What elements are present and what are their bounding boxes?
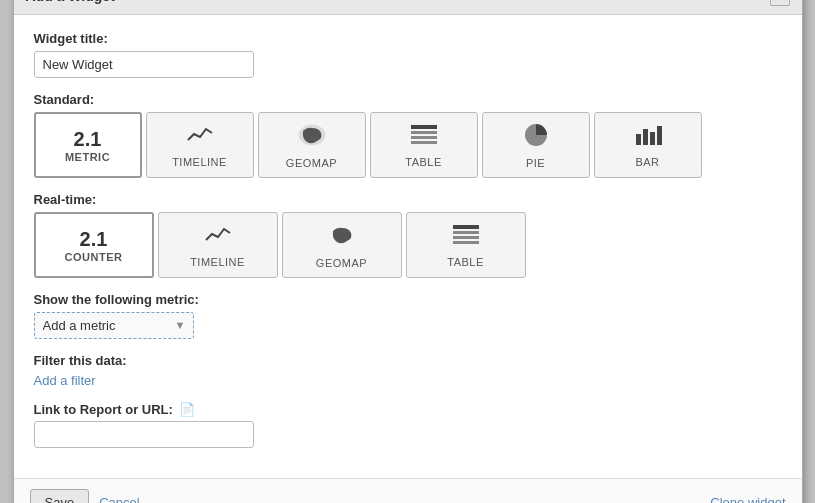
svg-rect-1 <box>411 125 437 129</box>
widget-title-input[interactable] <box>34 51 254 78</box>
metric-dropdown-wrapper: Add a metric ▼ <box>34 312 194 339</box>
filter-group: Filter this data: Add a filter <box>34 353 782 388</box>
link-info-icon: 📄 <box>179 402 195 417</box>
close-button[interactable]: × <box>770 0 790 6</box>
metric-group-label: Show the following metric: <box>34 292 782 307</box>
dialog-title: Add a Widget <box>26 0 115 4</box>
timeline-label: TIMELINE <box>172 156 227 168</box>
dialog-titlebar: Add a Widget × <box>14 0 802 15</box>
tile-table[interactable]: TABLE <box>370 112 478 178</box>
realtime-tiles: 2.1 COUNTER TIMELINE <box>34 212 782 278</box>
bar-label: BAR <box>635 156 659 168</box>
counter-number: 2.1 <box>80 229 108 249</box>
pie-icon <box>523 123 549 151</box>
filter-label: Filter this data: <box>34 353 782 368</box>
realtime-group: Real-time: 2.1 COUNTER TIMELINE <box>34 192 782 278</box>
counter-label: COUNTER <box>65 251 123 263</box>
rt-timeline-icon <box>204 224 232 250</box>
svg-rect-9 <box>453 225 479 229</box>
rt-geomap-icon <box>327 223 357 251</box>
svg-rect-2 <box>411 131 437 134</box>
save-button[interactable]: Save <box>30 489 90 504</box>
geomap-label: GEOMAP <box>286 157 337 169</box>
svg-rect-8 <box>657 126 662 145</box>
rt-geomap-label: GEOMAP <box>316 257 367 269</box>
dialog-footer: Save Cancel Clone widget <box>14 478 802 504</box>
svg-rect-7 <box>650 132 655 145</box>
link-label-row: Link to Report or URL: 📄 <box>34 402 782 417</box>
table-label: TABLE <box>405 156 442 168</box>
metric-number: 2.1 <box>74 129 102 149</box>
footer-left: Save Cancel <box>30 489 140 504</box>
standard-label: Standard: <box>34 92 782 107</box>
realtime-label: Real-time: <box>34 192 782 207</box>
cancel-link[interactable]: Cancel <box>99 495 139 504</box>
timeline-icon <box>186 124 214 150</box>
dialog-body: Widget title: Standard: 2.1 METRIC TIMEL… <box>14 15 802 478</box>
rt-table-label: TABLE <box>447 256 484 268</box>
tile-metric[interactable]: 2.1 METRIC <box>34 112 142 178</box>
link-group: Link to Report or URL: 📄 <box>34 402 782 448</box>
add-filter-link[interactable]: Add a filter <box>34 373 96 388</box>
svg-rect-11 <box>453 236 479 239</box>
widget-title-label: Widget title: <box>34 31 782 46</box>
tile-counter[interactable]: 2.1 COUNTER <box>34 212 154 278</box>
link-label: Link to Report or URL: <box>34 402 173 417</box>
clone-widget-link[interactable]: Clone widget <box>710 495 785 504</box>
tile-timeline[interactable]: TIMELINE <box>146 112 254 178</box>
rt-table-icon <box>452 224 480 250</box>
add-widget-dialog: Add a Widget × Widget title: Standard: 2… <box>13 0 803 503</box>
svg-rect-4 <box>411 141 437 144</box>
tile-rt-timeline[interactable]: TIMELINE <box>158 212 278 278</box>
svg-rect-5 <box>636 134 641 145</box>
svg-rect-12 <box>453 241 479 244</box>
svg-rect-6 <box>643 129 648 145</box>
svg-rect-10 <box>453 231 479 234</box>
metric-group: Show the following metric: Add a metric … <box>34 292 782 339</box>
geomap-icon <box>297 123 327 151</box>
pie-label: PIE <box>526 157 545 169</box>
standard-group: Standard: 2.1 METRIC TIMELINE <box>34 92 782 178</box>
tile-geomap[interactable]: GEOMAP <box>258 112 366 178</box>
bar-icon <box>634 124 662 150</box>
svg-rect-3 <box>411 136 437 139</box>
tile-rt-table[interactable]: TABLE <box>406 212 526 278</box>
tile-rt-geomap[interactable]: GEOMAP <box>282 212 402 278</box>
rt-timeline-label: TIMELINE <box>190 256 245 268</box>
table-icon <box>410 124 438 150</box>
widget-title-group: Widget title: <box>34 31 782 78</box>
metric-label: METRIC <box>65 151 110 163</box>
tile-bar[interactable]: BAR <box>594 112 702 178</box>
tile-pie[interactable]: PIE <box>482 112 590 178</box>
url-input[interactable] <box>34 421 254 448</box>
standard-tiles: 2.1 METRIC TIMELINE <box>34 112 782 178</box>
metric-dropdown[interactable]: Add a metric <box>34 312 194 339</box>
